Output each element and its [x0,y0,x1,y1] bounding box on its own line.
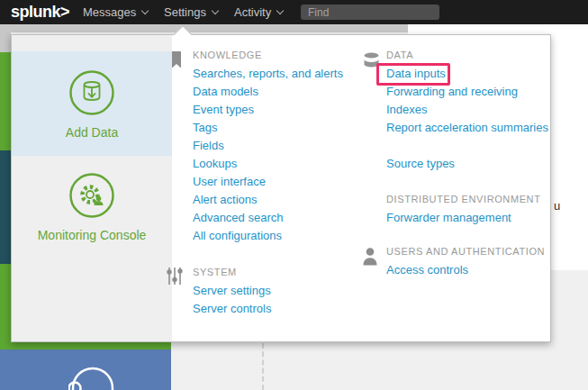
menu-item-fields[interactable]: Fields [193,137,359,155]
splunk-logo[interactable]: splunk> [11,3,69,22]
data-section-header: DATA [386,48,552,62]
shortcut-tile-column: Add Data Monitoring Console [12,35,172,341]
headset-icon [68,364,117,390]
menu-settings[interactable]: Settings [164,0,218,24]
menu-item-server-controls[interactable]: Server controls [193,300,359,318]
home-tile-green-strip [0,52,11,150]
menu-item-source-types[interactable]: Source types [386,155,552,173]
menu-item-server-settings[interactable]: Server settings [193,282,359,300]
menu-messages[interactable]: Messages [83,0,148,24]
menu-item-advanced-search[interactable]: Advanced search [193,209,359,227]
menu-item-searches-reports-alerts[interactable]: Searches, reports, and alerts [193,65,359,83]
menu-item-tags[interactable]: Tags [193,119,359,137]
menu-item-indexes[interactable]: Indexes [386,101,552,119]
sliders-icon [166,266,184,290]
menu-settings-label: Settings [164,5,206,19]
chevron-down-icon [276,7,284,14]
menu-activity[interactable]: Activity [234,0,283,24]
monitoring-console-icon [68,172,115,222]
user-icon [362,247,378,270]
background-gray-band [0,24,408,32]
splunk-settings-menu-screen: u splunk> Messages Settings Activity [0,0,588,390]
menu-item-event-types[interactable]: Event types [193,101,359,119]
menu-column-knowledge-system: KNOWLEDGE Searches, reports, and alerts … [193,48,359,318]
home-tile-blue [0,349,171,390]
menu-item-forwarder-management[interactable]: Forwarder management [386,209,552,227]
add-data-label: Add Data [12,125,172,140]
monitoring-console-tile[interactable]: Monitoring Console [12,156,172,341]
home-tile-green-strip-lower [0,264,11,342]
drop-zone-dashed-border [262,343,264,390]
menu-item-data-models[interactable]: Data models [193,83,359,101]
distributed-environment-section-header: DISTRIBUTED ENVIRONMENT [386,192,552,206]
menu-item-report-acceleration-summaries[interactable]: Report acceleration summaries [386,119,552,155]
database-icon [363,52,380,72]
menu-item-alert-actions[interactable]: Alert actions [193,191,359,209]
menu-messages-label: Messages [83,5,136,19]
settings-dropdown-panel: Add Data Monitoring Console [11,34,551,342]
monitoring-console-label: Monitoring Console [12,228,172,242]
chevron-down-icon [212,7,219,14]
chevron-down-icon [141,7,149,14]
menu-activity-label: Activity [234,5,271,19]
home-tile-teal-strip [0,150,11,264]
menu-item-user-interface[interactable]: User interface [193,173,359,191]
menu-item-all-configurations[interactable]: All configurations [193,227,359,245]
background-gray-sliver [0,24,11,52]
system-section-header: SYSTEM [193,265,359,279]
find-search-input[interactable] [301,5,439,20]
menu-item-data-inputs[interactable]: Data inputs [386,65,552,83]
home-tile-green-edge [0,342,171,349]
background-text-fragment: u [554,199,560,213]
menu-item-forwarding-receiving[interactable]: Forwarding and receiving [386,83,552,101]
menu-column-data-dist-users: DATA Data inputs Forwarding and receivin… [386,48,552,279]
users-authentication-section-header: USERS AND AUTHENTICATION [386,244,552,258]
top-app-bar: splunk> Messages Settings Activity [0,0,588,24]
menu-item-access-controls[interactable]: Access controls [386,261,552,279]
add-data-icon [68,69,115,120]
bookmark-icon [171,51,182,72]
menu-item-lookups[interactable]: Lookups [193,155,359,173]
add-data-tile[interactable]: Add Data [12,51,172,156]
knowledge-section-header: KNOWLEDGE [193,48,359,62]
